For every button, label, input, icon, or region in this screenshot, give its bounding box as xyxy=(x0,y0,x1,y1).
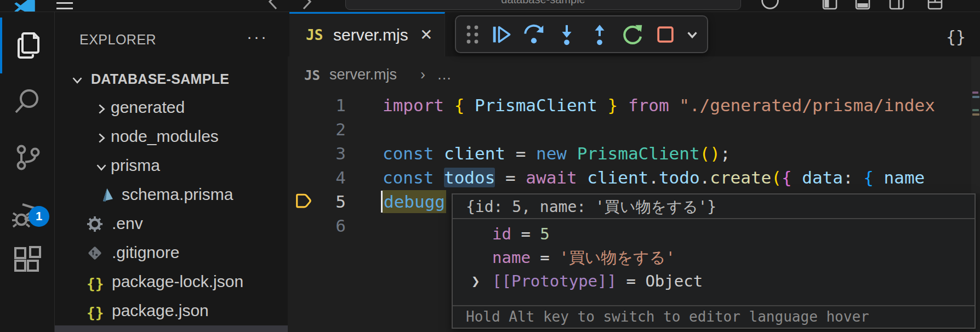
explorer-sidebar: EXPLORER ··· DATABASE-SAMPLEgeneratednod… xyxy=(55,12,288,332)
tree-item-label: prisma xyxy=(111,156,160,175)
debug-continue-button[interactable] xyxy=(487,20,515,49)
continue-icon xyxy=(490,24,512,45)
prisma-file-icon xyxy=(99,187,115,203)
activity-bar: 1 xyxy=(0,12,55,332)
json-file-icon: {} xyxy=(87,274,104,293)
tooltip-variable-row[interactable]: ❯[[Prototype]] = Object xyxy=(453,270,975,293)
layout-customize-icon[interactable] xyxy=(927,0,943,10)
chevron-down-icon xyxy=(685,27,699,42)
tree-item-package-json[interactable]: {}package.json xyxy=(55,296,288,325)
chevron-right-icon xyxy=(93,130,110,146)
gear-file-icon xyxy=(87,216,103,232)
tree-item-label: node_modules xyxy=(111,127,219,146)
sidebar-item-explorer[interactable] xyxy=(0,18,55,73)
debug-more-dropdown[interactable] xyxy=(684,20,700,49)
close-tab-icon[interactable]: ✕ xyxy=(420,26,432,44)
code-line-3[interactable]: 3const client = new PrismaClient(); xyxy=(288,141,980,165)
tooltip-variable-row[interactable]: id = 5 xyxy=(453,222,975,246)
tooltip-footer-hint: Hold Alt key to switch to editor languag… xyxy=(453,305,975,328)
text-cursor xyxy=(381,191,383,213)
git-file-icon xyxy=(87,245,103,261)
line-number: 1 xyxy=(312,93,346,117)
command-center[interactable]: database-sample xyxy=(345,0,741,10)
tab-server-mjs[interactable]: JS server.mjs ✕ xyxy=(289,12,445,56)
tree-item-generated[interactable]: generated xyxy=(55,93,288,122)
line-content: const client = new PrismaClient(); xyxy=(383,141,731,165)
tree-item-server-mjs[interactable]: JSserver.mjs xyxy=(55,325,288,332)
vscode-logo-icon xyxy=(14,0,35,12)
step-out-icon xyxy=(589,24,611,45)
forward-arrow-icon[interactable] xyxy=(299,0,314,10)
editor-group: JS server.mjs ✕ {} xyxy=(288,12,980,332)
tree-item-label: DATABASE-SAMPLE xyxy=(91,71,229,87)
line-number: 3 xyxy=(312,141,346,165)
tree-item-label: .gitignore xyxy=(112,243,179,262)
line-content: import { PrismaClient } from "./generate… xyxy=(383,93,935,117)
step-over-icon xyxy=(522,23,545,46)
tree-item--gitignore[interactable]: .gitignore xyxy=(55,238,288,267)
tree-item-database-sample[interactable]: DATABASE-SAMPLE xyxy=(55,64,288,93)
code-line-4[interactable]: 4const todos = await client.todo.create(… xyxy=(288,165,980,190)
minimap[interactable] xyxy=(971,56,980,193)
account-icon[interactable] xyxy=(761,0,779,10)
debug-current-line-icon[interactable] xyxy=(295,192,312,212)
debug-hover-tooltip: {id: 5, name: '買い物をする'} id = 5name = '買い… xyxy=(452,193,976,329)
breadcrumb-symbol[interactable]: … xyxy=(437,66,452,83)
tree-item-label: .env xyxy=(112,214,143,233)
code-line-1[interactable]: 1import { PrismaClient } from "./generat… xyxy=(288,93,980,117)
debug-stop-button[interactable] xyxy=(651,20,680,49)
editor-actions-brackets-icon[interactable]: {} xyxy=(946,27,966,47)
title-bar: database-sample xyxy=(0,0,980,12)
explorer-title: EXPLORER xyxy=(79,32,156,48)
tree-item--env[interactable]: .env xyxy=(55,209,288,238)
line-number: 4 xyxy=(312,165,346,190)
debug-step-over-button[interactable] xyxy=(520,20,548,49)
debug-badge: 1 xyxy=(29,206,49,227)
step-into-icon xyxy=(556,24,578,45)
chevron-down-icon xyxy=(93,159,110,175)
line-content: const todos = await client.todo.create({… xyxy=(383,165,925,190)
tooltip-value-preview: {id: 5, name: '買い物をする'} xyxy=(453,194,975,219)
debug-step-out-button[interactable] xyxy=(585,20,614,49)
tree-item-label: generated xyxy=(111,98,185,117)
files-icon xyxy=(13,30,42,61)
tab-label: server.mjs xyxy=(333,26,408,44)
tooltip-variable-row[interactable]: name = '買い物をする' xyxy=(453,246,975,270)
drag-grip-icon[interactable] xyxy=(463,22,482,47)
layout-sidebar-icon[interactable] xyxy=(822,0,837,10)
sidebar-item-search[interactable] xyxy=(0,74,55,129)
code-line-2[interactable]: 2 xyxy=(288,117,980,141)
file-tree: DATABASE-SAMPLEgeneratednode_modulespris… xyxy=(55,64,288,332)
breadcrumb: JS server.mjs › … xyxy=(288,56,781,91)
tree-item-node-modules[interactable]: node_modules xyxy=(55,122,288,151)
layout-secondary-sidebar-icon[interactable] xyxy=(889,0,904,10)
tooltip-variables: id = 5name = '買い物をする'❯[[Prototype]] = Ob… xyxy=(453,219,975,305)
explorer-header: EXPLORER ··· xyxy=(55,27,288,51)
extensions-icon xyxy=(12,245,43,276)
line-number: 6 xyxy=(312,214,346,238)
sidebar-item-extensions[interactable] xyxy=(0,233,55,288)
json-file-icon: {} xyxy=(87,303,104,322)
line-number: 2 xyxy=(312,117,346,141)
sidebar-item-source-control[interactable] xyxy=(0,130,55,185)
tree-item-label: package.json xyxy=(112,301,209,320)
search-icon xyxy=(13,87,42,116)
tree-item-label: package-lock.json xyxy=(112,272,243,291)
tree-item-prisma[interactable]: prisma xyxy=(55,151,288,180)
back-arrow-icon[interactable] xyxy=(266,0,281,10)
breadcrumb-file[interactable]: server.mjs xyxy=(329,66,397,83)
tree-item-schema-prisma[interactable]: schema.prisma xyxy=(55,180,288,209)
debug-restart-button[interactable] xyxy=(618,20,647,49)
debug-toolbar xyxy=(455,15,708,53)
layout-panel-icon[interactable] xyxy=(855,0,870,10)
menu-icon[interactable] xyxy=(56,2,73,12)
chevron-right-icon xyxy=(93,101,110,117)
more-actions-icon[interactable]: ··· xyxy=(247,27,268,46)
restart-icon xyxy=(621,23,644,46)
line-content: debugg xyxy=(383,190,446,214)
expand-chevron-icon[interactable]: ❯ xyxy=(471,270,480,293)
js-file-icon: JS xyxy=(304,68,320,83)
chevron-down-icon xyxy=(69,72,86,88)
tree-item-package-lock-json[interactable]: {}package-lock.json xyxy=(55,267,288,296)
debug-step-into-button[interactable] xyxy=(552,20,581,49)
